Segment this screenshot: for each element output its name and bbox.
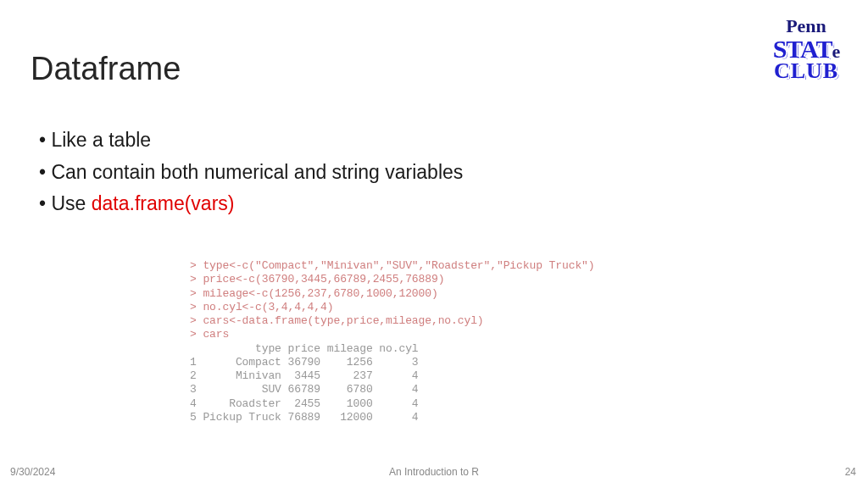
- code-line: > price<-c(36790,3445,66789,2455,76889): [190, 273, 444, 286]
- code-line: > type<-c("Compact","Minivan","SUV","Roa…: [190, 259, 594, 272]
- bullet-item: Can contain both numerical and string va…: [39, 158, 463, 188]
- output-line: type price mileage no.cyl: [190, 342, 419, 355]
- bullet-item: Use data.frame(vars): [39, 189, 463, 219]
- penn-state-club-logo: Penn STATe CLUB: [760, 15, 853, 80]
- code-line: > cars: [190, 328, 229, 341]
- output-line: 5 Pickup Truck 76889 12000 4: [190, 411, 419, 424]
- code-inline: data.frame(vars): [92, 192, 235, 214]
- output-line: 3 SUV 66789 6780 4: [190, 383, 419, 396]
- bullet-item: Like a table: [39, 125, 463, 156]
- logo-text-state: STATe: [760, 37, 853, 61]
- output-line: 1 Compact 36790 1256 3: [190, 356, 419, 369]
- footer-title: An Introduction to R: [389, 466, 479, 478]
- code-line: > cars<-data.frame(type,price,mileage,no…: [190, 314, 484, 327]
- footer-date: 9/30/2024: [10, 466, 55, 478]
- bullet-list: Like a table Can contain both numerical …: [39, 125, 463, 221]
- code-line: > no.cyl<-c(3,4,4,4,4): [190, 301, 333, 313]
- output-line: 4 Roadster 2455 1000 4: [190, 397, 419, 410]
- output-line: 2 Minivan 3445 237 4: [190, 369, 419, 382]
- slide-title: Dataframe: [31, 51, 181, 87]
- code-line: > mileage<-c(1256,237,6780,1000,12000): [190, 287, 438, 300]
- logo-text-club: CLUB: [760, 61, 853, 80]
- r-console-output: > type<-c("Compact","Minivan","SUV","Roa…: [190, 259, 594, 424]
- footer-page-number: 24: [845, 466, 856, 478]
